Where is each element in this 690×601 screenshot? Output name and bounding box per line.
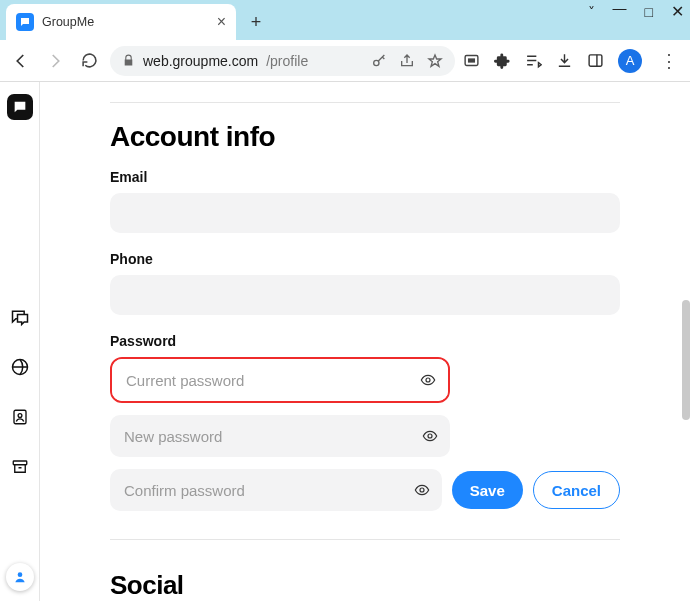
new-tab-button[interactable]: + (242, 8, 270, 36)
app-sidebar (0, 82, 40, 601)
svg-rect-7 (13, 461, 27, 465)
phone-field[interactable] (110, 275, 620, 315)
svg-rect-2 (468, 58, 475, 62)
url-bar[interactable]: web.groupme.com/profile (110, 46, 455, 76)
window-close-icon[interactable]: ✕ (671, 2, 684, 21)
eye-icon[interactable] (422, 428, 438, 444)
scrollbar-thumb[interactable] (682, 300, 690, 420)
confirm-password-input[interactable] (110, 469, 442, 511)
key-icon[interactable] (371, 53, 387, 69)
email-label: Email (110, 169, 620, 185)
current-password-input[interactable] (112, 359, 448, 401)
main-content: Account info Email Phone Password (40, 82, 690, 601)
share-icon[interactable] (399, 53, 415, 69)
password-label: Password (110, 333, 620, 349)
archive-icon[interactable] (9, 456, 31, 478)
tab-title: GroupMe (42, 15, 94, 29)
svg-point-11 (420, 488, 424, 492)
url-path: /profile (266, 53, 308, 69)
window-minimize-icon[interactable]: — (613, 0, 627, 16)
svg-point-6 (18, 414, 22, 418)
panel-icon[interactable] (587, 52, 604, 69)
window-maximize-icon[interactable]: □ (645, 4, 653, 20)
save-button[interactable]: Save (452, 471, 523, 509)
reload-button[interactable] (76, 48, 102, 74)
browser-tab[interactable]: GroupMe × (6, 4, 236, 40)
eye-icon[interactable] (414, 482, 430, 498)
email-field[interactable] (110, 193, 620, 233)
svg-point-9 (426, 378, 430, 382)
phone-label: Phone (110, 251, 620, 267)
groupme-logo[interactable] (7, 94, 33, 120)
groupme-favicon (16, 13, 34, 31)
star-icon[interactable] (427, 53, 443, 69)
chats-icon[interactable] (9, 306, 31, 328)
extensions-puzzle-icon[interactable] (494, 52, 511, 69)
close-tab-icon[interactable]: × (217, 13, 226, 31)
new-password-wrap (110, 415, 450, 457)
confirm-password-wrap (110, 469, 442, 511)
window-dropdown-icon[interactable]: ˅ (588, 4, 595, 20)
svg-point-10 (428, 434, 432, 438)
current-password-wrap (110, 357, 450, 403)
section-divider (110, 539, 620, 540)
browser-toolbar: web.groupme.com/profile A ⋮ (0, 40, 690, 82)
playlist-icon[interactable] (525, 52, 542, 69)
url-domain: web.groupme.com (143, 53, 258, 69)
discover-icon[interactable] (9, 356, 31, 378)
svg-rect-3 (589, 55, 602, 66)
cancel-button[interactable]: Cancel (533, 471, 620, 509)
contacts-icon[interactable] (9, 406, 31, 428)
lock-icon (122, 54, 135, 67)
page-title: Account info (110, 121, 620, 153)
window-titlebar: GroupMe × + ˅ — □ ✕ (0, 0, 690, 40)
extension-icon-1[interactable] (463, 52, 480, 69)
social-heading: Social (110, 570, 620, 601)
forward-button[interactable] (42, 48, 68, 74)
user-menu-button[interactable] (6, 563, 34, 591)
browser-menu-icon[interactable]: ⋮ (656, 50, 682, 72)
svg-point-8 (17, 572, 22, 577)
profile-avatar[interactable]: A (618, 49, 642, 73)
back-button[interactable] (8, 48, 34, 74)
download-icon[interactable] (556, 52, 573, 69)
svg-point-0 (374, 60, 379, 65)
section-divider (110, 102, 620, 103)
eye-icon[interactable] (420, 372, 436, 388)
new-password-input[interactable] (110, 415, 450, 457)
